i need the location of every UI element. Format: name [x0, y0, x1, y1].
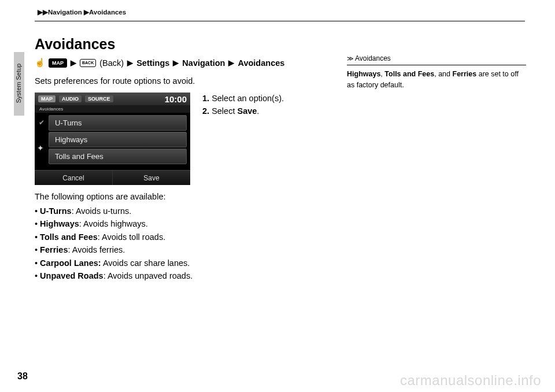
header-rule: [35, 21, 525, 21]
page-title: Avoidances: [35, 36, 115, 53]
section-tab-label: System Setup: [15, 64, 22, 103]
step-2: 2. Select Save.: [202, 105, 284, 118]
watermark: carmanualsonline.info: [400, 372, 541, 389]
option-item: Tolls and Fees: Avoids toll roads.: [35, 231, 193, 243]
arrow-icon: ▶: [127, 58, 133, 67]
steps-list: 1. Select an option(s). 2. Select Save.: [202, 93, 284, 118]
breadcrumb: ▶▶Navigation ▶Avoidances: [38, 8, 126, 16]
note-head-text: Avoidances: [355, 54, 391, 62]
step-bold: Save: [237, 106, 257, 116]
option-item: U-Turns: Avoids u-turns.: [35, 205, 193, 217]
section-tab: System Setup: [14, 52, 24, 116]
option-bold: U-Turns: [40, 206, 72, 216]
arrow-icon: ▶: [173, 58, 179, 67]
option-bold: Ferries: [40, 245, 68, 254]
option-rest: : Avoids ferries.: [68, 245, 125, 254]
option-rest: : Avoids u-turns.: [72, 206, 132, 216]
step-number: 2.: [202, 106, 209, 116]
option-item: Carpool Lanes: Avoids car share lanes.: [35, 257, 193, 269]
option-item: Highways: Avoids highways.: [35, 217, 193, 230]
option-rest: : Avoids highways.: [79, 219, 148, 228]
screen-tab-map: MAP: [38, 95, 56, 102]
intro-text: Sets preferences for route options to av…: [35, 76, 195, 86]
option-bold: Tolls and Fees: [40, 232, 98, 242]
step-text: Select an option(s).: [212, 94, 284, 103]
page-number: 38: [17, 371, 28, 382]
note-icon: ≫: [347, 55, 354, 62]
options-list: U-Turns: Avoids u-turns. Highways: Avoid…: [35, 205, 193, 283]
note-bold: Tolls and Fees: [384, 70, 434, 78]
step-number: 1.: [202, 94, 209, 103]
note-heading: ≫Avoidances: [347, 53, 526, 65]
option-bold: Highways: [40, 219, 79, 228]
screen-bottombar: Cancel Save: [35, 170, 190, 185]
screen-tab-source: SOURCE: [85, 95, 113, 102]
list-item: Tolls and Fees: [49, 149, 187, 164]
list-item: U-Turns: [49, 115, 187, 131]
note-body: Highways, Tolls and Fees, and Ferries ar…: [347, 69, 526, 91]
option-item: Ferries: Avoids ferries.: [35, 243, 193, 256]
arrow-icon: ▶: [228, 58, 234, 67]
arrow-icon: ▶: [71, 58, 76, 67]
option-bold: Unpaved Roads: [40, 271, 103, 280]
list-item: Highways: [49, 132, 187, 147]
screen-list: U-Turns Highways Tolls and Fees: [35, 113, 190, 167]
path-avoidances: Avoidances: [238, 58, 284, 68]
options-intro: The following options are available:: [35, 192, 166, 201]
screen-save: Save: [113, 171, 190, 185]
option-rest: : Avoids unpaved roads.: [103, 271, 193, 280]
screen-tab-audio: AUDIO: [59, 95, 82, 102]
option-item: Unpaved Roads: Avoids unpaved roads.: [35, 269, 193, 282]
step-text: Select: [212, 106, 237, 116]
finger-icon: ☝: [35, 58, 45, 68]
scroll-down-icon: ✦: [37, 143, 44, 153]
back-text: (Back): [99, 58, 124, 68]
back-button-chip: BACK: [80, 59, 96, 67]
step-1: 1. Select an option(s).: [202, 93, 284, 105]
nav-path: ☝ MAP ▶ BACK (Back) ▶ Settings ▶ Navigat…: [35, 58, 284, 68]
screen-cancel: Cancel: [35, 171, 113, 185]
screen-crumb: Avoidances: [35, 105, 190, 113]
side-note: ≫Avoidances Highways, Tolls and Fees, an…: [347, 53, 526, 91]
option-bold: Carpool Lanes:: [40, 258, 101, 268]
path-navigation: Navigation: [182, 58, 225, 68]
screen-clock: 10:00: [165, 94, 187, 104]
screenshot-mock: MAP AUDIO SOURCE 10:00 Avoidances U-Turn…: [35, 93, 190, 185]
note-bold: Ferries: [453, 70, 477, 78]
option-rest: Avoids car share lanes.: [101, 258, 190, 268]
map-button-chip: MAP: [49, 58, 67, 68]
note-text: , and: [434, 70, 452, 78]
path-settings: Settings: [136, 58, 169, 68]
step-text: .: [257, 106, 259, 116]
screen-topbar: MAP AUDIO SOURCE 10:00: [35, 93, 190, 105]
note-bold: Highways: [347, 70, 380, 78]
option-rest: : Avoids toll roads.: [98, 232, 165, 242]
